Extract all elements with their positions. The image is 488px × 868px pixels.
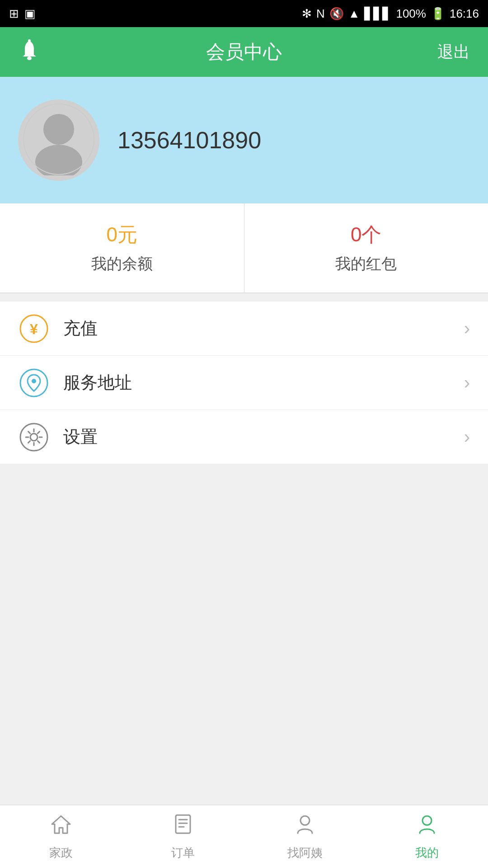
battery-icon: 🔋	[431, 7, 445, 21]
svg-point-0	[27, 57, 32, 60]
tab-bar: 家政 订单 找阿姨 我的	[0, 805, 488, 868]
svg-marker-19	[52, 816, 70, 833]
redpacket-value: 0个	[351, 222, 381, 248]
phone-number: 13564101890	[117, 127, 261, 154]
redpacket-stat[interactable]: 0个 我的红包	[244, 203, 488, 292]
menu-item-settings[interactable]: 设置 ›	[0, 410, 488, 464]
orders-tab-icon	[171, 812, 195, 841]
settings-label: 设置	[63, 425, 464, 448]
svg-point-2	[43, 114, 74, 145]
yen-icon: ¥	[18, 313, 50, 344]
svg-point-25	[422, 816, 432, 825]
svg-line-17	[38, 431, 39, 433]
nfc-icon: N	[316, 7, 325, 21]
svg-point-8	[32, 379, 36, 383]
content-area: 13564101890 0元 我的余额 0个 我的红包 ¥ 充值 ›	[0, 77, 488, 805]
page-title: 会员中心	[206, 39, 282, 65]
avatar[interactable]	[18, 99, 99, 181]
gear-icon	[18, 421, 50, 453]
menu-list: ¥ 充值 › 服务地址 ›	[0, 302, 488, 464]
find-tab-label: 找阿姨	[287, 845, 323, 861]
tab-item-home[interactable]: 家政	[0, 805, 122, 868]
signal-bars-icon: ▋▋▋	[364, 7, 391, 21]
tab-item-orders[interactable]: 订单	[122, 805, 244, 868]
signal-icon: ▣	[24, 7, 36, 21]
svg-point-24	[300, 816, 310, 825]
header: 会员中心 退出	[0, 27, 488, 77]
svg-text:¥: ¥	[30, 321, 38, 337]
svg-line-18	[28, 441, 30, 443]
logout-button[interactable]: 退出	[437, 41, 470, 63]
bell-icon[interactable]	[18, 38, 41, 66]
clock: 16:16	[450, 7, 479, 21]
status-bar: ⊞ ▣ ✻ N 🔇 ▲ ▋▋▋ 100% 🔋 16:16	[0, 0, 488, 27]
location-icon	[18, 367, 50, 399]
notification-icon: ⊞	[9, 7, 19, 21]
status-bar-left: ⊞ ▣	[9, 7, 36, 21]
bluetooth-icon: ✻	[302, 7, 312, 21]
recharge-label: 充值	[63, 317, 464, 340]
orders-tab-label: 订单	[171, 845, 195, 861]
address-label: 服务地址	[63, 371, 464, 394]
mine-tab-icon	[415, 812, 439, 841]
mine-tab-label: 我的	[415, 845, 439, 861]
svg-point-9	[20, 424, 47, 451]
status-bar-right: ✻ N 🔇 ▲ ▋▋▋ 100% 🔋 16:16	[302, 7, 479, 21]
settings-arrow-icon: ›	[464, 427, 470, 447]
battery-percent: 100%	[396, 7, 426, 21]
balance-value: 0元	[107, 222, 137, 248]
svg-line-16	[38, 441, 39, 443]
address-arrow-icon: ›	[464, 373, 470, 393]
menu-item-recharge[interactable]: ¥ 充值 ›	[0, 302, 488, 356]
profile-section: 13564101890	[0, 77, 488, 203]
svg-line-15	[28, 431, 30, 433]
mute-icon: 🔇	[329, 7, 344, 21]
home-tab-icon	[49, 812, 73, 841]
section-divider	[0, 293, 488, 302]
tab-item-find[interactable]: 找阿姨	[244, 805, 366, 868]
balance-stat[interactable]: 0元 我的余额	[0, 203, 244, 292]
tab-item-mine[interactable]: 我的	[366, 805, 488, 868]
svg-point-10	[30, 434, 38, 441]
balance-label: 我的余额	[91, 254, 153, 274]
stats-section: 0元 我的余额 0个 我的红包	[0, 203, 488, 293]
svg-point-1	[28, 39, 31, 42]
recharge-arrow-icon: ›	[464, 318, 470, 339]
redpacket-label: 我的红包	[335, 254, 397, 274]
wifi-icon: ▲	[348, 7, 360, 21]
menu-item-address[interactable]: 服务地址 ›	[0, 356, 488, 410]
avatar-image	[23, 103, 95, 177]
find-tab-icon	[293, 812, 317, 841]
home-tab-label: 家政	[49, 845, 73, 861]
svg-rect-20	[176, 815, 190, 833]
